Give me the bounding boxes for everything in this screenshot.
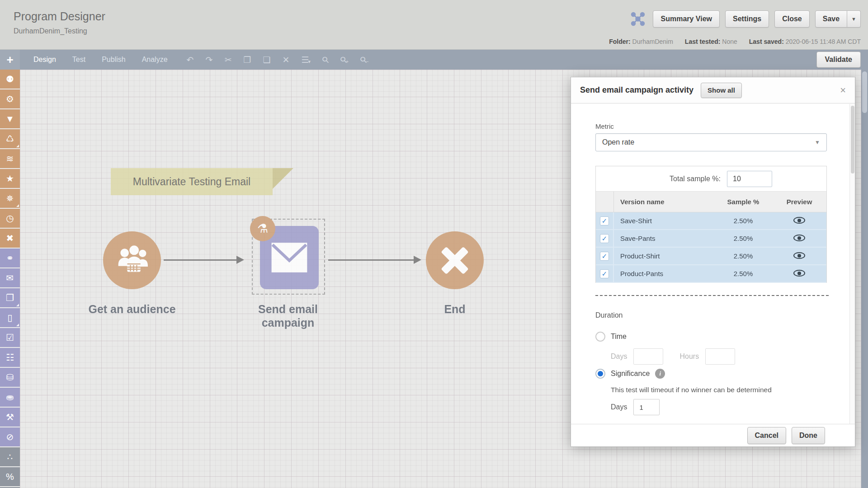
ab-test-icon: ❐	[6, 292, 14, 303]
sidebar-email-icon[interactable]: ✉	[0, 268, 20, 287]
table-row: ✓Save-Pants2.50%	[596, 230, 826, 248]
sidebar-exclude-audience-icon[interactable]: ⊘	[0, 427, 20, 446]
close-button[interactable]: Close	[774, 10, 810, 28]
sidebar-end-step-icon[interactable]: ✖	[0, 229, 20, 248]
delete-icon[interactable]: ✕	[282, 55, 289, 65]
days-input[interactable]	[633, 348, 663, 365]
sample-table-box: Total sample %: Version name Sample % Pr…	[595, 166, 827, 283]
sidebar-wait-icon[interactable]: ◷	[0, 209, 20, 228]
zoom-icon[interactable]: ⚲	[322, 55, 329, 65]
node-end[interactable]	[426, 231, 484, 289]
paste-icon[interactable]: ❏	[263, 55, 270, 65]
sig-days-input[interactable]	[633, 399, 660, 415]
row-checkbox[interactable]: ✓	[600, 234, 609, 243]
sticky-note[interactable]: Multivariate Testing Email	[111, 168, 273, 195]
update-rules-icon: ♺	[6, 133, 14, 144]
time-label: Time	[611, 333, 627, 341]
timeout-text: This test will timeout if no winner can …	[611, 386, 772, 394]
sidebar-handshake-icon[interactable]: ⚭	[0, 249, 20, 267]
total-sample-input[interactable]	[727, 171, 772, 187]
node-get-audience[interactable]	[103, 231, 161, 289]
sidebar-form-icon[interactable]: ☑	[0, 328, 20, 347]
time-radio[interactable]	[595, 332, 605, 342]
panel-scrollbar-thumb[interactable]	[851, 106, 854, 174]
add-step-button[interactable]: +	[0, 50, 20, 70]
info-icon[interactable]: i	[655, 369, 665, 379]
sidebar-share-icon[interactable]: ∴	[0, 447, 20, 466]
tab-publish[interactable]: Publish	[102, 56, 125, 64]
sidebar-program-flow-icon[interactable]: ✵	[0, 189, 20, 208]
sidebar-audience-icon[interactable]: ⚉	[0, 70, 20, 89]
time-inputs-row: Days Hours	[611, 348, 735, 365]
done-button[interactable]: Done	[792, 427, 825, 444]
end-x-icon	[438, 243, 472, 277]
zoom-in-icon[interactable]: ⚲+	[340, 55, 349, 65]
time-radio-row: Time	[595, 332, 627, 342]
redo-icon[interactable]: ↷	[205, 55, 212, 65]
molecule-status-icon[interactable]	[630, 11, 646, 27]
significance-radio[interactable]	[595, 369, 605, 379]
tools-icon: ⚒	[6, 412, 14, 422]
node-send-email-selection[interactable]: ⚗	[252, 219, 325, 295]
window-scrollbar[interactable]	[861, 50, 868, 488]
copy-icon[interactable]: ❐	[243, 55, 251, 65]
validate-button[interactable]: Validate	[816, 52, 861, 68]
metric-dropdown[interactable]: Open rate ▼	[595, 133, 827, 151]
exclude-audience-icon: ⊘	[6, 432, 14, 442]
sticky-note-fold	[273, 168, 293, 189]
sidebar-tools-icon[interactable]: ⚒	[0, 408, 20, 427]
panel-scrollbar[interactable]	[849, 104, 855, 424]
row-checkbox[interactable]: ✓	[600, 252, 609, 261]
decision-icon: ⚙	[6, 94, 14, 104]
audience-icon: ⚉	[6, 74, 14, 84]
show-all-button[interactable]: Show all	[701, 83, 742, 98]
sidebar-favorite-icon[interactable]: ★	[0, 169, 20, 188]
preview-eye-icon[interactable]	[793, 270, 805, 277]
cut-icon[interactable]: ✂	[224, 55, 231, 65]
tab-design[interactable]: Design	[33, 56, 56, 64]
handshake-icon: ⚭	[6, 253, 14, 263]
sidebar-decision-icon[interactable]: ⚙	[0, 89, 20, 108]
sidebar-data-transfer-icon[interactable]: ⛂	[0, 388, 20, 407]
preview-eye-icon[interactable]	[793, 252, 805, 259]
end-step-icon: ✖	[6, 233, 14, 244]
sample-pct-cell: 2.50%	[714, 235, 772, 242]
email-icon: ✉	[6, 272, 14, 283]
align-icon[interactable]: ☰▾	[301, 55, 311, 65]
sidebar-data-check-icon[interactable]: ⛁	[0, 368, 20, 387]
version-name-cell: Save-Shirt	[614, 217, 714, 225]
undo-icon[interactable]: ↶	[187, 55, 194, 65]
metric-label: Metric	[595, 122, 614, 130]
sidebar-percent-icon[interactable]: %	[0, 467, 20, 486]
flyout-corner-icon	[16, 324, 19, 326]
tab-test[interactable]: Test	[72, 56, 85, 64]
hours-input[interactable]	[705, 348, 735, 365]
panel-close-icon[interactable]: ×	[840, 85, 846, 95]
zoom-out-icon[interactable]: ⚲−	[360, 55, 368, 65]
sidebar-filter-icon[interactable]: ▼	[0, 109, 20, 128]
sidebar-mobile-icon[interactable]: ▯	[0, 308, 20, 327]
filter-icon: ▼	[5, 114, 14, 124]
summary-view-button[interactable]: Summary View	[653, 10, 720, 28]
sidebar-ab-test-icon[interactable]: ❐	[0, 288, 20, 307]
row-checkbox-cell: ✓	[596, 212, 614, 229]
favorite-icon: ★	[6, 173, 14, 184]
sidebar-update-rules-icon[interactable]: ♺	[0, 129, 20, 148]
preview-eye-icon[interactable]	[793, 235, 805, 241]
row-checkbox[interactable]: ✓	[600, 269, 609, 278]
panel-header: Send email campaign activity Show all ×	[571, 77, 855, 103]
row-checkbox[interactable]: ✓	[600, 216, 609, 225]
settings-button[interactable]: Settings	[725, 10, 769, 28]
sidebar-decision-tree-icon[interactable]: ☷	[0, 348, 20, 367]
connector-arrow	[164, 259, 237, 261]
save-button[interactable]: Save	[815, 10, 847, 28]
tab-analyze[interactable]: Analyze	[142, 56, 168, 64]
share-icon: ∴	[7, 451, 13, 462]
sidebar-listener-icon[interactable]: ≋	[0, 149, 20, 168]
save-dropdown-caret[interactable]: ▼	[847, 10, 861, 28]
preview-eye-icon[interactable]	[793, 217, 805, 224]
send-email-activity-panel: Send email campaign activity Show all × …	[571, 77, 855, 447]
chevron-down-icon: ▼	[815, 139, 820, 145]
window-scrollbar-thumb[interactable]	[862, 71, 867, 113]
cancel-button[interactable]: Cancel	[747, 427, 786, 444]
